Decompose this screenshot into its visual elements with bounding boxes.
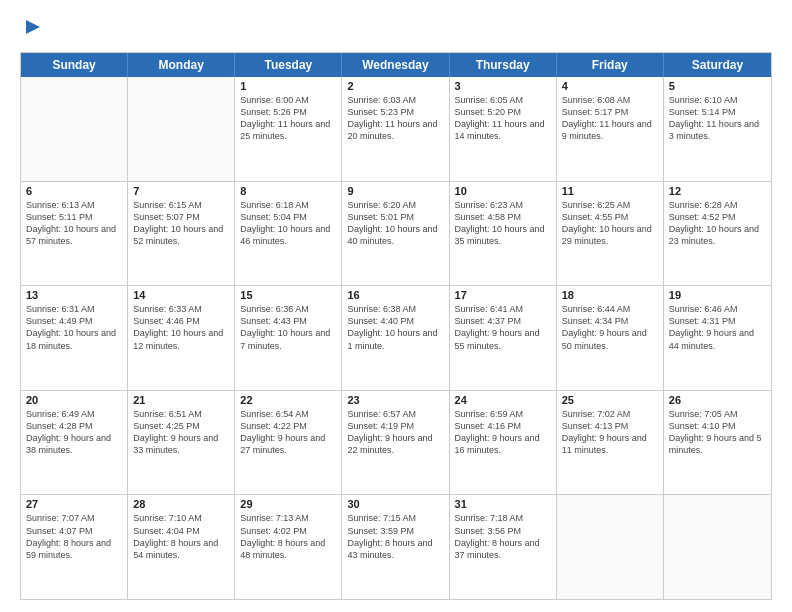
- cell-sunrise: Sunrise: 6:13 AM: [26, 199, 122, 211]
- cell-info: Sunrise: 6:00 AMSunset: 5:26 PMDaylight:…: [240, 94, 336, 143]
- table-row: 28Sunrise: 7:10 AMSunset: 4:04 PMDayligh…: [128, 495, 235, 599]
- cell-sunrise: Sunrise: 6:23 AM: [455, 199, 551, 211]
- cell-daylight: Daylight: 10 hours and 57 minutes.: [26, 223, 122, 247]
- cell-sunset: Sunset: 4:46 PM: [133, 315, 229, 327]
- cell-info: Sunrise: 6:46 AMSunset: 4:31 PMDaylight:…: [669, 303, 766, 352]
- logo: [20, 16, 44, 42]
- logo-arrow-icon: [22, 16, 44, 38]
- cell-date-number: 17: [455, 289, 551, 301]
- cell-sunset: Sunset: 5:20 PM: [455, 106, 551, 118]
- cell-sunset: Sunset: 4:37 PM: [455, 315, 551, 327]
- table-row: 29Sunrise: 7:13 AMSunset: 4:02 PMDayligh…: [235, 495, 342, 599]
- cell-daylight: Daylight: 10 hours and 23 minutes.: [669, 223, 766, 247]
- table-row: 14Sunrise: 6:33 AMSunset: 4:46 PMDayligh…: [128, 286, 235, 390]
- cell-sunrise: Sunrise: 7:07 AM: [26, 512, 122, 524]
- cell-daylight: Daylight: 11 hours and 9 minutes.: [562, 118, 658, 142]
- cell-sunset: Sunset: 4:10 PM: [669, 420, 766, 432]
- table-row: 27Sunrise: 7:07 AMSunset: 4:07 PMDayligh…: [21, 495, 128, 599]
- cell-date-number: 12: [669, 185, 766, 197]
- cell-sunset: Sunset: 4:52 PM: [669, 211, 766, 223]
- cell-sunset: Sunset: 4:25 PM: [133, 420, 229, 432]
- cell-sunset: Sunset: 5:23 PM: [347, 106, 443, 118]
- cell-date-number: 23: [347, 394, 443, 406]
- cell-daylight: Daylight: 9 hours and 11 minutes.: [562, 432, 658, 456]
- cell-info: Sunrise: 6:44 AMSunset: 4:34 PMDaylight:…: [562, 303, 658, 352]
- table-row: 9Sunrise: 6:20 AMSunset: 5:01 PMDaylight…: [342, 182, 449, 286]
- cell-sunset: Sunset: 5:11 PM: [26, 211, 122, 223]
- cell-sunrise: Sunrise: 6:36 AM: [240, 303, 336, 315]
- cell-daylight: Daylight: 11 hours and 3 minutes.: [669, 118, 766, 142]
- cell-daylight: Daylight: 9 hours and 27 minutes.: [240, 432, 336, 456]
- cell-sunset: Sunset: 4:16 PM: [455, 420, 551, 432]
- cell-sunset: Sunset: 4:13 PM: [562, 420, 658, 432]
- cell-daylight: Daylight: 10 hours and 35 minutes.: [455, 223, 551, 247]
- cell-info: Sunrise: 6:49 AMSunset: 4:28 PMDaylight:…: [26, 408, 122, 457]
- table-row: 3Sunrise: 6:05 AMSunset: 5:20 PMDaylight…: [450, 77, 557, 181]
- cell-sunrise: Sunrise: 6:03 AM: [347, 94, 443, 106]
- cell-sunset: Sunset: 5:14 PM: [669, 106, 766, 118]
- cell-daylight: Daylight: 10 hours and 52 minutes.: [133, 223, 229, 247]
- table-row: 8Sunrise: 6:18 AMSunset: 5:04 PMDaylight…: [235, 182, 342, 286]
- calendar: SundayMondayTuesdayWednesdayThursdayFrid…: [20, 52, 772, 600]
- cell-sunset: Sunset: 4:49 PM: [26, 315, 122, 327]
- day-header-sunday: Sunday: [21, 53, 128, 77]
- cell-sunrise: Sunrise: 6:00 AM: [240, 94, 336, 106]
- cell-sunset: Sunset: 5:26 PM: [240, 106, 336, 118]
- cell-date-number: 20: [26, 394, 122, 406]
- cell-date-number: 10: [455, 185, 551, 197]
- table-row: 20Sunrise: 6:49 AMSunset: 4:28 PMDayligh…: [21, 391, 128, 495]
- cell-date-number: 18: [562, 289, 658, 301]
- cell-sunset: Sunset: 5:17 PM: [562, 106, 658, 118]
- cell-sunset: Sunset: 4:22 PM: [240, 420, 336, 432]
- cell-info: Sunrise: 6:54 AMSunset: 4:22 PMDaylight:…: [240, 408, 336, 457]
- cell-daylight: Daylight: 9 hours and 38 minutes.: [26, 432, 122, 456]
- cell-daylight: Daylight: 11 hours and 20 minutes.: [347, 118, 443, 142]
- cell-date-number: 21: [133, 394, 229, 406]
- cell-sunset: Sunset: 4:02 PM: [240, 525, 336, 537]
- cell-date-number: 6: [26, 185, 122, 197]
- cell-date-number: 13: [26, 289, 122, 301]
- cell-info: Sunrise: 6:18 AMSunset: 5:04 PMDaylight:…: [240, 199, 336, 248]
- day-header-thursday: Thursday: [450, 53, 557, 77]
- table-row: 26Sunrise: 7:05 AMSunset: 4:10 PMDayligh…: [664, 391, 771, 495]
- cell-info: Sunrise: 7:18 AMSunset: 3:56 PMDaylight:…: [455, 512, 551, 561]
- cell-info: Sunrise: 6:57 AMSunset: 4:19 PMDaylight:…: [347, 408, 443, 457]
- cell-sunrise: Sunrise: 6:49 AM: [26, 408, 122, 420]
- table-row: 23Sunrise: 6:57 AMSunset: 4:19 PMDayligh…: [342, 391, 449, 495]
- table-row: [21, 77, 128, 181]
- cell-info: Sunrise: 6:59 AMSunset: 4:16 PMDaylight:…: [455, 408, 551, 457]
- cell-sunrise: Sunrise: 6:18 AM: [240, 199, 336, 211]
- table-row: 4Sunrise: 6:08 AMSunset: 5:17 PMDaylight…: [557, 77, 664, 181]
- day-header-wednesday: Wednesday: [342, 53, 449, 77]
- table-row: 22Sunrise: 6:54 AMSunset: 4:22 PMDayligh…: [235, 391, 342, 495]
- header: [20, 16, 772, 42]
- cell-daylight: Daylight: 9 hours and 33 minutes.: [133, 432, 229, 456]
- calendar-week-3: 13Sunrise: 6:31 AMSunset: 4:49 PMDayligh…: [21, 286, 771, 391]
- cell-date-number: 24: [455, 394, 551, 406]
- cell-daylight: Daylight: 10 hours and 1 minute.: [347, 327, 443, 351]
- cell-date-number: 4: [562, 80, 658, 92]
- cell-info: Sunrise: 7:10 AMSunset: 4:04 PMDaylight:…: [133, 512, 229, 561]
- cell-sunrise: Sunrise: 6:54 AM: [240, 408, 336, 420]
- cell-sunset: Sunset: 4:04 PM: [133, 525, 229, 537]
- cell-sunrise: Sunrise: 6:20 AM: [347, 199, 443, 211]
- cell-daylight: Daylight: 11 hours and 14 minutes.: [455, 118, 551, 142]
- cell-info: Sunrise: 6:41 AMSunset: 4:37 PMDaylight:…: [455, 303, 551, 352]
- cell-sunset: Sunset: 4:58 PM: [455, 211, 551, 223]
- calendar-week-5: 27Sunrise: 7:07 AMSunset: 4:07 PMDayligh…: [21, 495, 771, 599]
- cell-info: Sunrise: 6:05 AMSunset: 5:20 PMDaylight:…: [455, 94, 551, 143]
- cell-sunset: Sunset: 5:01 PM: [347, 211, 443, 223]
- table-row: 17Sunrise: 6:41 AMSunset: 4:37 PMDayligh…: [450, 286, 557, 390]
- cell-daylight: Daylight: 9 hours and 50 minutes.: [562, 327, 658, 351]
- cell-sunrise: Sunrise: 6:31 AM: [26, 303, 122, 315]
- cell-info: Sunrise: 6:15 AMSunset: 5:07 PMDaylight:…: [133, 199, 229, 248]
- cell-info: Sunrise: 6:33 AMSunset: 4:46 PMDaylight:…: [133, 303, 229, 352]
- table-row: 21Sunrise: 6:51 AMSunset: 4:25 PMDayligh…: [128, 391, 235, 495]
- cell-sunrise: Sunrise: 6:57 AM: [347, 408, 443, 420]
- cell-date-number: 14: [133, 289, 229, 301]
- cell-daylight: Daylight: 10 hours and 7 minutes.: [240, 327, 336, 351]
- cell-sunset: Sunset: 4:40 PM: [347, 315, 443, 327]
- cell-date-number: 15: [240, 289, 336, 301]
- cell-info: Sunrise: 7:07 AMSunset: 4:07 PMDaylight:…: [26, 512, 122, 561]
- cell-sunset: Sunset: 4:28 PM: [26, 420, 122, 432]
